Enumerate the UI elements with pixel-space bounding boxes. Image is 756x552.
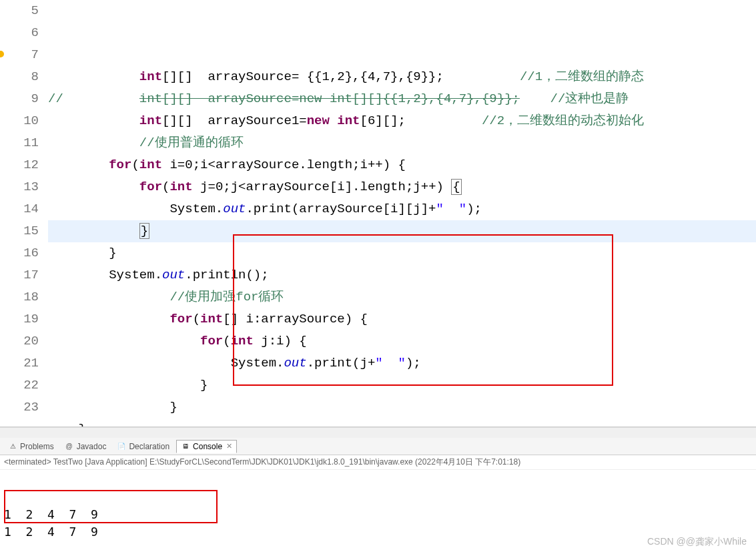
code-line[interactable]: int[][] arraySource1=new int[6][]; //2，二… (48, 110, 756, 132)
marker-empty (0, 308, 8, 330)
console-icon: 🖥 (181, 442, 190, 451)
marker-empty (0, 110, 8, 132)
line-number: 15 (8, 220, 39, 242)
marker-empty (0, 330, 8, 352)
marker-column (0, 0, 8, 427)
code-line[interactable]: // int[][] arraySource=new int[][]{{1,2}… (48, 88, 756, 110)
tab-problems[interactable]: ⚠Problems (4, 441, 58, 453)
code-line[interactable]: } (48, 396, 756, 419)
code-area[interactable]: int[][] arraySource= {{1,2},{4,7},{9}}; … (48, 0, 756, 427)
line-number: 8 (8, 66, 39, 88)
marker-empty (0, 374, 8, 396)
line-number: 11 (8, 132, 39, 154)
marker-empty (0, 396, 8, 419)
tab-declaration[interactable]: 📄Declaration (113, 441, 173, 453)
line-number: 6 (8, 22, 39, 44)
code-line[interactable]: System.out.println(); (48, 264, 756, 286)
code-editor[interactable]: 567891011121314151617181920212223 int[][… (0, 0, 756, 427)
code-line[interactable]: } (48, 419, 756, 427)
code-line[interactable]: System.out.print(j+" "); (48, 352, 756, 374)
line-number: 7 (8, 44, 39, 66)
declaration-icon: 📄 (117, 442, 126, 451)
close-icon[interactable]: ✕ (226, 442, 232, 451)
code-line[interactable]: System.out.print(arraySource[i][j]+" "); (48, 198, 756, 220)
marker-empty (0, 352, 8, 374)
console-line: 1 2 4 7 9 (4, 506, 752, 523)
line-number-gutter: 567891011121314151617181920212223 (8, 0, 48, 427)
line-number: 21 (8, 352, 39, 374)
line-number: 16 (8, 242, 39, 264)
line-number: 9 (8, 88, 39, 110)
line-number: 13 (8, 176, 39, 198)
console-line: 1 2 4 7 9 (4, 523, 752, 541)
line-number: 14 (8, 198, 39, 220)
tab-label: Javadoc (77, 442, 107, 451)
line-number: 22 (8, 374, 39, 396)
code-line[interactable]: } (48, 220, 756, 242)
bottom-tab-bar[interactable]: ⚠Problems@Javadoc📄Declaration🖥Console✕ (0, 438, 756, 455)
tab-console[interactable]: 🖥Console✕ (176, 440, 237, 453)
marker-empty (0, 0, 8, 22)
horizontal-scrollbar[interactable] (0, 427, 756, 438)
marker-empty (0, 242, 8, 264)
code-line[interactable]: for(int j=0;j<arraySource[i].length;j++)… (48, 176, 756, 198)
tab-label: Declaration (129, 442, 169, 451)
console-header: <terminated> TestTwo [Java Application] … (0, 455, 756, 470)
line-number: 5 (8, 0, 39, 22)
marker-empty (0, 88, 8, 110)
tab-label: Console (193, 442, 222, 451)
code-line[interactable]: } (48, 242, 756, 264)
marker-empty (0, 264, 8, 286)
marker-empty (0, 132, 8, 154)
marker-empty (0, 198, 8, 220)
warning-icon (0, 44, 8, 66)
line-number: 20 (8, 330, 39, 352)
tab-javadoc[interactable]: @Javadoc (61, 441, 111, 453)
marker-empty (0, 176, 8, 198)
problems-icon: ⚠ (8, 442, 17, 451)
line-number: 19 (8, 308, 39, 330)
code-line[interactable]: int[][] arraySource= {{1,2},{4,7},{9}}; … (48, 66, 756, 88)
console-output[interactable]: 1 2 4 7 9 1 2 4 7 9 (0, 470, 756, 542)
marker-empty (0, 22, 8, 44)
tab-label: Problems (20, 442, 54, 451)
marker-empty (0, 154, 8, 176)
javadoc-icon: @ (65, 442, 74, 451)
code-line[interactable]: //使用加强for循环 (48, 286, 756, 308)
code-line[interactable]: for(int[] i:arraySource) { (48, 308, 756, 330)
line-number: 10 (8, 110, 39, 132)
code-line[interactable]: for(int i=0;i<arraySource.length;i++) { (48, 154, 756, 176)
code-line[interactable]: for(int j:i) { (48, 330, 756, 352)
watermark: CSDN @@龚家小While (647, 536, 747, 548)
line-number: 17 (8, 264, 39, 286)
marker-empty (0, 286, 8, 308)
code-line[interactable]: //使用普通的循环 (48, 132, 756, 154)
line-number: 23 (8, 396, 39, 419)
marker-empty (0, 66, 8, 88)
code-line[interactable]: } (48, 374, 756, 396)
line-number: 18 (8, 286, 39, 308)
marker-empty (0, 220, 8, 242)
line-number: 12 (8, 154, 39, 176)
